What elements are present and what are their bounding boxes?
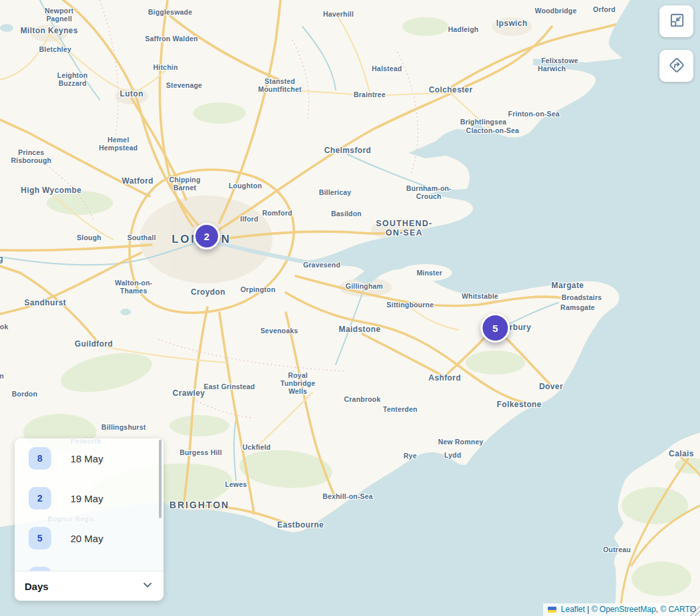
directions-button[interactable] bbox=[659, 50, 693, 82]
day-row[interactable]: 520 May bbox=[15, 518, 164, 558]
leaflet-link[interactable]: Leaflet bbox=[561, 605, 585, 614]
tile-corner-hatch bbox=[690, 606, 700, 616]
day-count-badge: 8 bbox=[29, 447, 51, 470]
openstreetmap-link[interactable]: © OpenStreetMap bbox=[592, 605, 656, 614]
attribution-divider: | bbox=[587, 605, 589, 614]
cluster-marker[interactable]: 2 bbox=[193, 223, 220, 249]
day-date-label: 20 May bbox=[70, 533, 103, 544]
sheppey-island bbox=[399, 264, 452, 281]
directions-icon bbox=[668, 57, 685, 76]
collapse-icon bbox=[668, 12, 685, 31]
scrollbar-thumb[interactable] bbox=[159, 440, 162, 518]
day-panel: 818 May219 May520 May Days bbox=[15, 438, 164, 601]
day-date-label: 19 May bbox=[70, 493, 103, 504]
chevron-down-icon bbox=[142, 579, 154, 593]
attribution-bar: Leaflet | © OpenStreetMap, © CARTO bbox=[543, 603, 700, 616]
day-list[interactable]: 818 May219 May520 May bbox=[15, 438, 164, 571]
day-count-badge: 2 bbox=[29, 487, 51, 510]
day-row[interactable]: 818 May bbox=[15, 438, 164, 478]
day-rows: 818 May219 May520 May bbox=[15, 438, 164, 571]
day-date-label: 18 May bbox=[70, 453, 103, 464]
attribution-comma: , bbox=[656, 605, 658, 614]
collapse-button[interactable] bbox=[659, 5, 693, 37]
cluster-marker[interactable]: 5 bbox=[481, 313, 510, 343]
map-app: Newport PagnellMilton KeynesBiggleswadeH… bbox=[0, 0, 700, 616]
day-row[interactable]: 219 May bbox=[15, 478, 164, 518]
days-dropdown-toggle[interactable]: Days bbox=[15, 571, 164, 601]
ukraine-flag-icon bbox=[548, 607, 556, 613]
day-count-badge: 5 bbox=[29, 527, 51, 549]
day-row[interactable] bbox=[15, 558, 164, 571]
day-count-badge bbox=[29, 567, 51, 571]
days-dropdown-label: Days bbox=[25, 581, 49, 592]
